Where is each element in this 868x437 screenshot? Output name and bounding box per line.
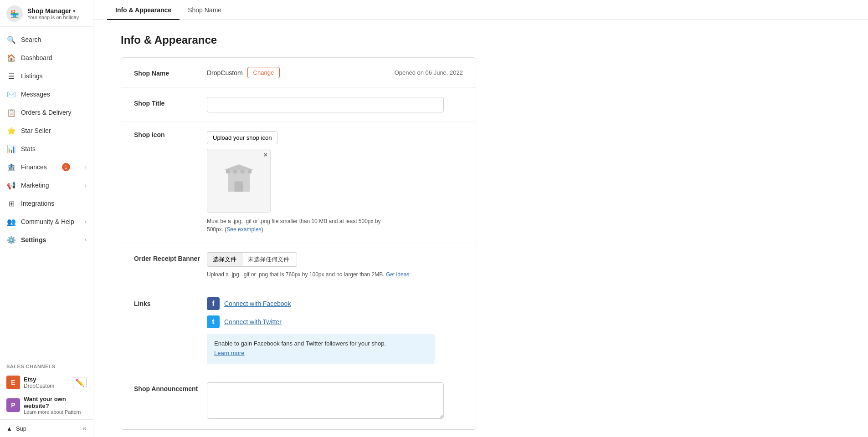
- svg-rect-1: [226, 170, 230, 173]
- links-control: f Connect with Facebook t Connect with T…: [207, 297, 463, 364]
- sidebar-header-text: Shop Manager ▾ Your shop is on holiday: [27, 7, 79, 20]
- shop-name-value: DropCustom: [207, 69, 243, 76]
- footer-expand-icon[interactable]: ▲: [6, 425, 12, 432]
- facebook-icon: f: [207, 297, 220, 310]
- pattern-channel[interactable]: P Want your own website? Learn more abou…: [0, 393, 93, 419]
- connect-twitter-link[interactable]: Connect with Twitter: [224, 318, 282, 325]
- integrations-icon: ⊞: [6, 198, 16, 208]
- social-info-box: Enable to gain Facebook fans and Twitter…: [207, 334, 435, 364]
- page-title: Info & Appearance: [121, 34, 476, 46]
- chevron-community-icon: ›: [85, 219, 87, 224]
- main-content: Info & Appearance Shop Name Info & Appea…: [93, 0, 868, 437]
- store-icon: [221, 163, 257, 199]
- shop-title-input[interactable]: [207, 97, 444, 112]
- settings-icon: ⚙️: [6, 235, 16, 245]
- shop-status: Your shop is on holiday: [27, 15, 79, 20]
- shop-icon-control: Upload your shop icon ×: [207, 131, 463, 234]
- tab-shop-name[interactable]: Shop Name: [180, 0, 230, 20]
- pattern-sub: Learn more about Pattern: [24, 409, 87, 415]
- change-shop-name-button[interactable]: Change: [247, 67, 280, 78]
- svg-rect-3: [241, 170, 244, 173]
- order-receipt-row: Order Receipt Banner 选择文件 未选择任何文件 Upload…: [121, 243, 476, 288]
- dropdown-arrow-icon[interactable]: ▾: [73, 9, 75, 14]
- shop-manager-title: Shop Manager ▾: [27, 7, 79, 15]
- icon-hint: Must be a .jpg, .gif or .png file smalle…: [207, 217, 389, 234]
- community-icon: 👥: [6, 217, 16, 227]
- choose-file-button[interactable]: 选择文件: [207, 252, 242, 267]
- sidebar-item-stats[interactable]: 📊 Stats: [0, 140, 93, 158]
- etsy-channel[interactable]: E Etsy DropCustom ✏️: [0, 372, 93, 393]
- svg-rect-0: [226, 170, 252, 173]
- facebook-row: f Connect with Facebook: [207, 297, 463, 310]
- sidebar-header[interactable]: 🏪 Shop Manager ▾ Your shop is on holiday: [0, 0, 93, 27]
- tab-info-appearance[interactable]: Info & Appearance: [107, 0, 180, 20]
- sidebar-item-listings[interactable]: ☰ Listings: [0, 67, 93, 85]
- file-input-row: 选择文件 未选择任何文件: [207, 252, 463, 267]
- order-receipt-control: 选择文件 未选择任何文件 Upload a .jpg, .gif or .png…: [207, 252, 463, 279]
- links-row: Links f Connect with Facebook t Connect …: [121, 288, 476, 373]
- shop-name-label: Shop Name: [134, 67, 207, 77]
- sidebar-label-stats: Stats: [21, 145, 36, 152]
- chevron-finances-icon: ›: [85, 164, 87, 170]
- shop-announcement-textarea[interactable]: [207, 382, 444, 419]
- sidebar-item-settings[interactable]: ⚙️ Settings ›: [0, 231, 93, 249]
- shop-title-label: Shop Title: [134, 97, 207, 107]
- search-icon: 🔍: [6, 35, 16, 45]
- svg-point-7: [241, 186, 242, 188]
- learn-more-link[interactable]: Learn more: [214, 350, 244, 356]
- sidebar-item-finances[interactable]: 🏦 Finances 1 ›: [0, 158, 93, 176]
- icon-preview-close-icon[interactable]: ×: [264, 151, 267, 158]
- sidebar-label-messages: Messages: [21, 91, 50, 98]
- shop-title-row: Shop Title: [121, 88, 476, 122]
- links-label: Links: [134, 297, 207, 307]
- etsy-name: Etsy: [24, 376, 69, 383]
- sidebar-label-settings: Settings: [21, 236, 46, 244]
- listings-icon: ☰: [6, 71, 16, 81]
- sidebar-collapse-icon[interactable]: «: [82, 424, 87, 432]
- sidebar-item-dashboard[interactable]: 🏠 Dashboard: [0, 49, 93, 67]
- sidebar-item-integrations[interactable]: ⊞ Integrations: [0, 194, 93, 213]
- connect-facebook-link[interactable]: Connect with Facebook: [224, 300, 291, 307]
- sidebar-item-star-seller[interactable]: ⭐ Star Seller: [0, 122, 93, 140]
- shop-icon-label: Shop icon: [134, 131, 207, 138]
- shop-announcement-control: [207, 382, 463, 420]
- etsy-edit-icon[interactable]: ✏️: [73, 377, 87, 388]
- sidebar-item-messages[interactable]: ✉️ Messages: [0, 85, 93, 103]
- sidebar-item-marketing[interactable]: 📢 Marketing ›: [0, 176, 93, 194]
- etsy-avatar: E: [6, 376, 20, 389]
- etsy-shop: DropCustom: [24, 383, 69, 389]
- chevron-settings-icon: ›: [85, 237, 87, 243]
- avatar: 🏪: [6, 5, 23, 22]
- sidebar-label-dashboard: Dashboard: [21, 54, 52, 61]
- sidebar-label-star-seller: Star Seller: [21, 127, 51, 134]
- see-examples-link[interactable]: See examples: [226, 226, 261, 233]
- banner-hint: Upload a .jpg, .gif or .png that is 760p…: [207, 270, 463, 279]
- sidebar-item-community[interactable]: 👥 Community & Help ›: [0, 213, 93, 231]
- sidebar-label-orders: Orders & Delivery: [21, 109, 71, 116]
- sidebar-label-listings: Listings: [21, 72, 42, 80]
- shop-title-control: [207, 97, 463, 112]
- twitter-icon: t: [207, 315, 220, 328]
- icon-preview-box: ×: [207, 149, 271, 213]
- finances-icon: 🏦: [6, 162, 16, 172]
- page-content: Info & Appearance Shop Name DropCustom C…: [93, 20, 503, 437]
- shop-announcement-row: Shop Announcement: [121, 373, 476, 429]
- star-seller-icon: ⭐: [6, 126, 16, 136]
- sales-channels-label: SALES CHANNELS: [0, 357, 93, 372]
- get-ideas-link[interactable]: Get ideas: [386, 271, 409, 278]
- twitter-row: t Connect with Twitter: [207, 315, 463, 328]
- sidebar-label-community: Community & Help: [21, 218, 74, 225]
- sidebar-item-search[interactable]: 🔍 Search: [0, 30, 93, 49]
- shop-announcement-label: Shop Announcement: [134, 382, 207, 392]
- sidebar-nav: 🔍 Search 🏠 Dashboard ☰ Listings ✉️ Messa…: [0, 27, 93, 357]
- pattern-avatar: P: [6, 398, 20, 412]
- svg-rect-2: [233, 170, 237, 173]
- upload-shop-icon-button[interactable]: Upload your shop icon: [207, 131, 277, 144]
- sidebar-label-marketing: Marketing: [21, 182, 49, 189]
- opened-date: Opened on 06 June, 2022: [395, 69, 463, 76]
- shop-name-row: Shop Name DropCustom Change Opened on 06…: [121, 58, 476, 88]
- badge-finances: 1: [62, 163, 70, 171]
- shop-name-inner: DropCustom Change Opened on 06 June, 202…: [207, 67, 463, 78]
- sidebar-item-orders[interactable]: 📋 Orders & Delivery: [0, 103, 93, 122]
- footer-user: ▲ Sup: [6, 425, 26, 432]
